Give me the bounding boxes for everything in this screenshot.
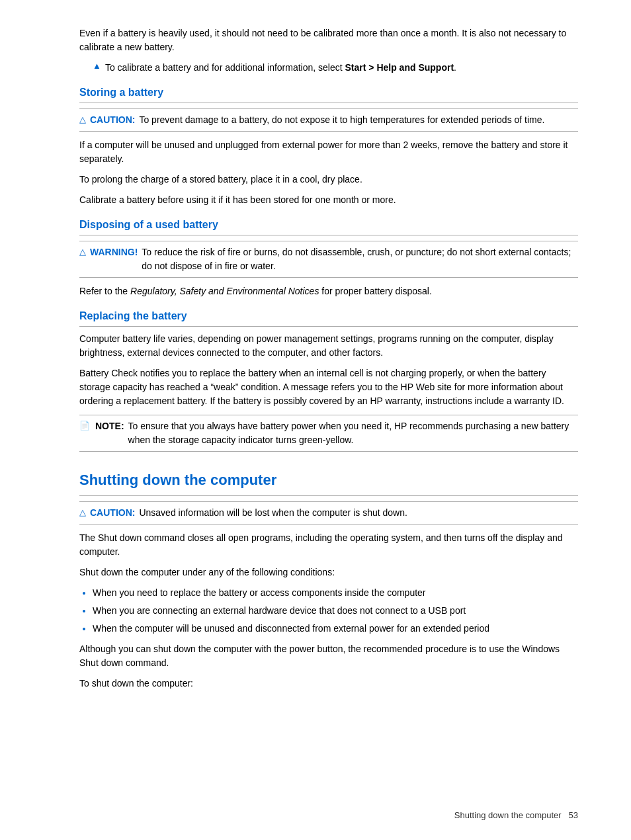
storing-para1: If a computer will be unused and unplugg… bbox=[79, 138, 578, 166]
replacing-battery-heading: Replacing the battery bbox=[79, 310, 578, 322]
replacing-note-box: 📄 NOTE: To ensure that you always have b… bbox=[79, 415, 578, 452]
storing-caution-box: △ CAUTION: To prevent damage to a batter… bbox=[79, 108, 578, 132]
shutting-para1: The Shut down command closes all open pr… bbox=[79, 531, 578, 559]
replacing-battery-rule bbox=[79, 326, 578, 327]
replacing-para2: Battery Check notifies you to replace th… bbox=[79, 366, 578, 408]
storing-para2: To prolong the charge of a stored batter… bbox=[79, 173, 578, 187]
caution-triangle-icon: △ bbox=[79, 113, 86, 126]
note-icon: 📄 bbox=[79, 419, 90, 433]
footer-text: Shutting down the computer bbox=[454, 810, 562, 820]
warning-triangle-icon: △ bbox=[79, 245, 86, 259]
disposing-warning-box: △ WARNING! To reduce the risk of fire or… bbox=[79, 241, 578, 278]
list-item: When you need to replace the battery or … bbox=[93, 586, 578, 600]
disposing-para1: Refer to the Regulatory, Safety and Envi… bbox=[79, 284, 578, 298]
intro-bullet1: ▲ To calibrate a battery and for additio… bbox=[79, 61, 578, 75]
storing-battery-rule bbox=[79, 103, 578, 103]
intro-bullet1-text: To calibrate a battery and for additiona… bbox=[105, 61, 456, 75]
shutting-caution-label: CAUTION: bbox=[90, 506, 135, 520]
shutting-caution-box: △ CAUTION: Unsaved information will be l… bbox=[79, 501, 578, 525]
shutting-caution-text: Unsaved information will be lost when th… bbox=[139, 506, 407, 520]
disposing-battery-heading: Disposing of a used battery bbox=[79, 219, 578, 231]
page-content: Even if a battery is heavily used, it sh… bbox=[0, 0, 631, 737]
shutting-para2: Shut down the computer under any of the … bbox=[79, 566, 578, 579]
storing-caution-text: To prevent damage to a battery, do not e… bbox=[139, 113, 544, 127]
storing-para3: Calibrate a battery before using it if i… bbox=[79, 193, 578, 207]
page-footer: Shutting down the computer 53 bbox=[454, 810, 578, 820]
shutting-para3: Although you can shut down the computer … bbox=[79, 642, 578, 670]
disposing-battery-rule bbox=[79, 235, 578, 235]
shutting-bullets: When you need to replace the battery or … bbox=[93, 586, 578, 636]
replacing-note-label: NOTE: bbox=[95, 419, 124, 433]
shutting-down-heading: Shutting down the computer bbox=[79, 472, 578, 489]
disposing-warning-text: To reduce the risk of fire or burns, do … bbox=[142, 245, 578, 273]
storing-caution-label: CAUTION: bbox=[90, 113, 135, 127]
replacing-para1: Computer battery life varies, depending … bbox=[79, 332, 578, 360]
storing-battery-heading: Storing a battery bbox=[79, 87, 578, 99]
list-item: When the computer will be unused and dis… bbox=[93, 622, 578, 636]
shutting-para4: To shut down the computer: bbox=[79, 677, 578, 691]
replacing-note-text: To ensure that you always have battery p… bbox=[128, 419, 578, 447]
footer-page-number: 53 bbox=[569, 810, 578, 820]
intro-para1: Even if a battery is heavily used, it sh… bbox=[79, 26, 578, 54]
list-item: When you are connecting an external hard… bbox=[93, 604, 578, 618]
disposing-warning-label: WARNING! bbox=[90, 245, 138, 259]
shutting-caution-triangle-icon: △ bbox=[79, 506, 86, 519]
shutting-down-rule bbox=[79, 495, 578, 496]
triangle-icon: ▲ bbox=[93, 61, 101, 71]
